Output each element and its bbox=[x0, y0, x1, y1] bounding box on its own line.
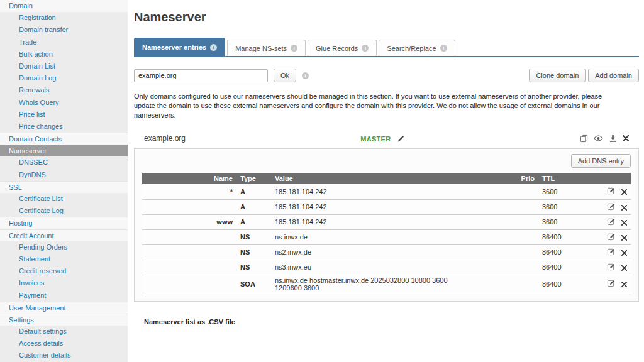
tab-bar: Nameserver entriesiManage NS-setsiGlue R… bbox=[134, 38, 639, 57]
cell-ttl: 3600 bbox=[538, 184, 592, 199]
delete-entry-icon[interactable] bbox=[621, 265, 627, 271]
preview-eye-icon[interactable] bbox=[594, 135, 603, 141]
sidebar-item-bulk-action[interactable]: Bulk action bbox=[0, 48, 128, 60]
dns-records-table: Name Type Value Prio TTL *A185.181.104.2… bbox=[142, 173, 631, 293]
sidebar-item-trade[interactable]: Trade bbox=[0, 36, 128, 48]
ok-button[interactable]: Ok bbox=[274, 69, 296, 82]
cell-name bbox=[142, 229, 236, 244]
column-header-value: Value bbox=[271, 173, 475, 184]
delete-entry-icon[interactable] bbox=[621, 205, 627, 211]
dns-record-row: SOAns.inwx.de hostmaster.inwx.de 2025032… bbox=[142, 275, 631, 293]
copy-icon[interactable] bbox=[580, 134, 588, 143]
edit-entry-icon[interactable] bbox=[607, 187, 615, 195]
cell-type: A bbox=[236, 214, 271, 229]
column-header-prio: Prio bbox=[475, 173, 538, 184]
csv-download-link[interactable]: Nameserver list as .CSV file bbox=[134, 318, 639, 326]
edit-status-pencil-icon[interactable] bbox=[397, 134, 405, 143]
tab-label: Nameserver entries bbox=[142, 43, 206, 51]
delete-entry-icon[interactable] bbox=[621, 250, 627, 256]
cell-actions bbox=[592, 184, 631, 199]
sidebar-item-domain-list[interactable]: Domain List bbox=[0, 60, 128, 72]
info-icon: i bbox=[440, 45, 447, 52]
cell-name bbox=[142, 244, 236, 260]
tab-search-replace[interactable]: Search/Replacei bbox=[379, 40, 455, 56]
sidebar-item-certificate-log[interactable]: Certificate Log bbox=[0, 205, 128, 217]
tab-nameserver-entries[interactable]: Nameserver entriesi bbox=[134, 38, 225, 56]
sidebar-item-whois-query[interactable]: Whois Query bbox=[0, 97, 128, 109]
download-icon[interactable] bbox=[609, 134, 617, 143]
delete-entry-icon[interactable] bbox=[621, 282, 627, 287]
cell-type: A bbox=[236, 184, 271, 199]
edit-entry-icon[interactable] bbox=[607, 248, 615, 256]
cell-name: www bbox=[142, 214, 236, 229]
sidebar-item-statement[interactable]: Statement bbox=[0, 253, 128, 265]
page-title: Nameserver bbox=[134, 10, 639, 25]
cell-value: ns3.inwx.eu bbox=[271, 260, 475, 275]
delete-entry-icon[interactable] bbox=[621, 220, 627, 226]
sidebar-item-credit-account[interactable]: Credit Account bbox=[0, 229, 128, 241]
cell-value: 185.181.104.242 bbox=[271, 199, 475, 214]
sidebar-item-credit-reserved[interactable]: Credit reserved bbox=[0, 265, 128, 277]
sidebar-item-dnssec[interactable]: DNSSEC bbox=[0, 156, 128, 168]
sidebar-item-payment[interactable]: Payment bbox=[0, 290, 128, 302]
add-domain-button[interactable]: Add domain bbox=[588, 69, 639, 82]
domain-search-input[interactable] bbox=[134, 69, 268, 82]
section-description: Only domains configured to use our names… bbox=[134, 92, 639, 120]
cell-prio bbox=[475, 229, 538, 244]
cell-prio bbox=[475, 214, 538, 229]
delete-entry-icon[interactable] bbox=[621, 235, 627, 241]
dns-record-row: A185.181.104.2423600 bbox=[142, 199, 631, 214]
sidebar-item-domain-contacts[interactable]: Domain Contacts bbox=[0, 133, 128, 145]
sidebar-item-price-changes[interactable]: Price changes bbox=[0, 121, 128, 133]
cell-name bbox=[142, 260, 236, 275]
edit-entry-icon[interactable] bbox=[607, 279, 615, 287]
cell-value: ns2.inwx.de bbox=[271, 244, 475, 260]
cell-actions bbox=[592, 229, 631, 244]
delete-entry-icon[interactable] bbox=[621, 189, 627, 195]
info-icon: i bbox=[210, 44, 217, 51]
cell-name bbox=[142, 199, 236, 214]
edit-entry-icon[interactable] bbox=[607, 233, 615, 241]
cell-actions bbox=[592, 260, 631, 275]
tab-manage-ns-sets[interactable]: Manage NS-setsi bbox=[227, 40, 306, 56]
cell-prio bbox=[475, 199, 538, 214]
cell-actions bbox=[592, 244, 631, 260]
sidebar-item-price-list[interactable]: Price list bbox=[0, 109, 128, 121]
sidebar-item-pending-orders[interactable]: Pending Orders bbox=[0, 241, 128, 253]
sidebar-item-ssl[interactable]: SSL bbox=[0, 181, 128, 193]
sidebar-item-customer-details[interactable]: Customer details bbox=[0, 349, 128, 361]
table-header-row: Name Type Value Prio TTL bbox=[142, 173, 631, 184]
column-header-ttl: TTL bbox=[538, 173, 592, 184]
edit-entry-icon[interactable] bbox=[607, 263, 615, 271]
sidebar-item-dyndns[interactable]: DynDNS bbox=[0, 169, 128, 181]
cell-ttl: 86400 bbox=[538, 229, 592, 244]
sidebar-item-certificate-list[interactable]: Certificate List bbox=[0, 193, 128, 205]
sidebar-item-settings[interactable]: Settings bbox=[0, 314, 128, 326]
cell-ttl: 86400 bbox=[538, 244, 592, 260]
sidebar-item-domain-transfer[interactable]: Domain transfer bbox=[0, 24, 128, 36]
tab-label: Glue Records bbox=[316, 45, 358, 52]
tab-glue-records[interactable]: Glue Recordsi bbox=[308, 40, 377, 56]
sidebar-item-registration[interactable]: Registration bbox=[0, 12, 128, 24]
sidebar-item-default-settings[interactable]: Default settings bbox=[0, 326, 128, 337]
main-content: Nameserver Nameserver entriesiManage NS-… bbox=[128, 0, 644, 362]
sidebar-item-access-details[interactable]: Access details bbox=[0, 337, 128, 349]
clone-domain-button[interactable]: Clone domain bbox=[529, 69, 586, 82]
domain-name: example.org bbox=[144, 134, 186, 143]
cell-value: 185.181.104.242 bbox=[271, 214, 475, 229]
close-icon[interactable] bbox=[623, 135, 629, 141]
edit-entry-icon[interactable] bbox=[607, 202, 615, 211]
sidebar-item-renewals[interactable]: Renewals bbox=[0, 84, 128, 96]
edit-entry-icon[interactable] bbox=[607, 217, 615, 226]
add-dns-entry-button[interactable]: Add DNS entry bbox=[571, 154, 631, 168]
sidebar-item-invoices[interactable]: Invoices bbox=[0, 277, 128, 289]
dns-record-row: NSns.inwx.de86400 bbox=[142, 229, 631, 244]
sidebar-item-domain-log[interactable]: Domain Log bbox=[0, 72, 128, 84]
sidebar-item-domain[interactable]: Domain bbox=[0, 0, 128, 12]
sidebar-item-user-management[interactable]: User Management bbox=[0, 302, 128, 314]
cell-value: ns.inwx.de bbox=[271, 229, 475, 244]
cell-actions bbox=[592, 275, 631, 293]
sidebar-item-hosting[interactable]: Hosting bbox=[0, 217, 128, 229]
sidebar-item-nameserver[interactable]: Nameserver bbox=[0, 145, 128, 156]
dns-record-row: NSns3.inwx.eu86400 bbox=[142, 260, 631, 275]
